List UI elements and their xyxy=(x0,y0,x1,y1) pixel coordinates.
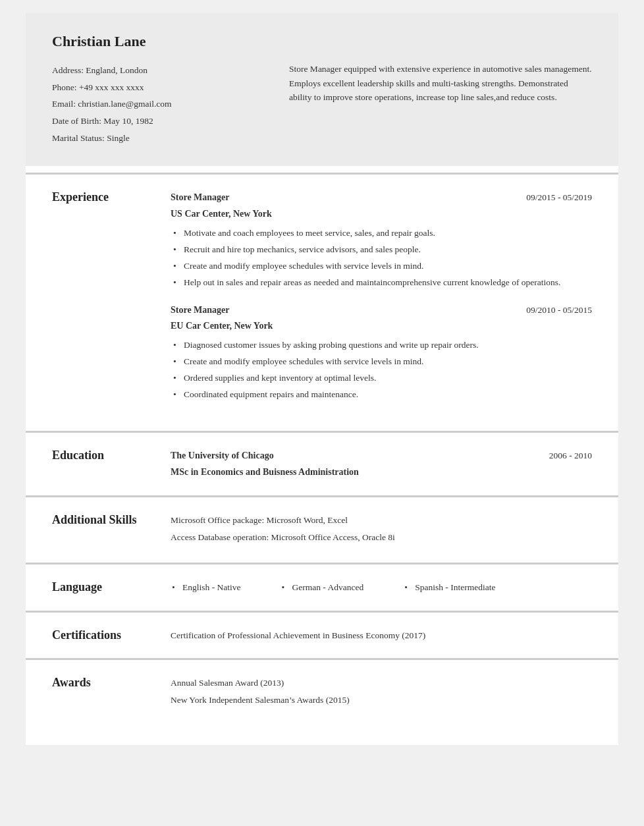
job-date-1: 09/2015 - 05/2019 xyxy=(526,190,592,205)
certification-text: Certification of Professional Achievemen… xyxy=(171,628,592,643)
edu-date: 2006 - 2010 xyxy=(549,449,592,463)
job-date-2: 09/2010 - 05/2015 xyxy=(526,303,592,317)
job-company-1: US Car Center, New York xyxy=(171,207,592,221)
edu-school: The University of Chicago xyxy=(171,449,274,463)
phone-line: Phone: +49 xxx xxx xxxx xyxy=(52,79,263,96)
marital-line: Marital Status: Single xyxy=(52,130,263,147)
candidate-name: Christian Lane xyxy=(52,33,592,50)
certifications-label: Certifications xyxy=(26,613,157,659)
awards-content: Annual Salesman Award (2013) New York In… xyxy=(157,660,618,725)
awards-section: Awards Annual Salesman Award (2013) New … xyxy=(26,658,618,725)
lang-spanish: Spanish - Intermediate xyxy=(403,580,495,595)
bullet-2-1: Diagnosed customer issues by asking prob… xyxy=(171,339,592,352)
bullet-2-3: Ordered supplies and kept inventory at o… xyxy=(171,372,592,385)
skills-label: Additional Skills xyxy=(26,497,157,563)
certifications-section: Certifications Certification of Professi… xyxy=(26,611,618,659)
skills-section: Additional Skills Microsoft Office packa… xyxy=(26,495,618,563)
resume: Christian Lane Address: England, London … xyxy=(26,13,618,745)
lang-english: English - Native xyxy=(171,580,240,595)
skills-content: Microsoft Office package: Microsoft Word… xyxy=(157,497,618,563)
certifications-content: Certification of Professional Achievemen… xyxy=(157,613,618,659)
award-2: New York Independent Salesman’s Awards (… xyxy=(171,693,592,707)
awards-label: Awards xyxy=(26,660,157,725)
language-section: Language English - Native German - Advan… xyxy=(26,563,618,611)
award-1: Annual Salesman Award (2013) xyxy=(171,676,592,690)
bullet-1-4: Help out in sales and repair areas as ne… xyxy=(171,276,592,290)
bullet-1-1: Motivate and coach employees to meet ser… xyxy=(171,227,592,240)
lang-german: German - Advanced xyxy=(280,580,363,595)
address-line: Address: England, London xyxy=(52,62,263,79)
education-section: Education The University of Chicago 2006… xyxy=(26,431,618,495)
education-content: The University of Chicago 2006 - 2010 MS… xyxy=(157,433,618,495)
education-label: Education xyxy=(26,433,157,495)
email-line: Email: christian.lane@gmail.com xyxy=(52,96,263,113)
job-entry-2: Store Manager 09/2010 - 05/2015 EU Car C… xyxy=(171,303,592,402)
header-contact: Address: England, London Phone: +49 xxx … xyxy=(52,62,263,146)
language-content: English - Native German - Advanced Spani… xyxy=(157,564,618,611)
bullet-1-2: Recruit and hire top mechanics, service … xyxy=(171,243,592,257)
experience-section: Experience Store Manager 09/2015 - 05/20… xyxy=(26,173,618,431)
language-label: Language xyxy=(26,564,157,611)
main-content: Experience Store Manager 09/2015 - 05/20… xyxy=(26,166,618,745)
skill-line-1: Microsoft Office package: Microsoft Word… xyxy=(171,513,592,528)
bullet-1-3: Create and modify employee schedules wit… xyxy=(171,260,592,273)
experience-label: Experience xyxy=(26,175,157,431)
skill-line-2: Access Database operation: Microsoft Off… xyxy=(171,530,592,545)
bullet-2-2: Create and modify employee schedules wit… xyxy=(171,355,592,369)
dob-line: Date of Birth: May 10, 1982 xyxy=(52,113,263,130)
job-title-2: Store Manager xyxy=(171,303,230,317)
job-title-1: Store Manager xyxy=(171,190,230,205)
summary-text: Store Manager equipped with extensive ex… xyxy=(289,62,592,146)
experience-content: Store Manager 09/2015 - 05/2019 US Car C… xyxy=(157,175,618,431)
job-entry-1: Store Manager 09/2015 - 05/2019 US Car C… xyxy=(171,190,592,289)
job-bullets-1: Motivate and coach employees to meet ser… xyxy=(171,227,592,290)
job-bullets-2: Diagnosed customer issues by asking prob… xyxy=(171,339,592,402)
header-section: Christian Lane Address: England, London … xyxy=(26,13,618,166)
edu-degree: MSc in Economics and Buisness Administra… xyxy=(171,465,592,480)
job-company-2: EU Car Center, New York xyxy=(171,319,592,333)
language-list: English - Native German - Advanced Spani… xyxy=(171,580,592,595)
bullet-2-4: Coordinated equipment repairs and mainte… xyxy=(171,388,592,402)
